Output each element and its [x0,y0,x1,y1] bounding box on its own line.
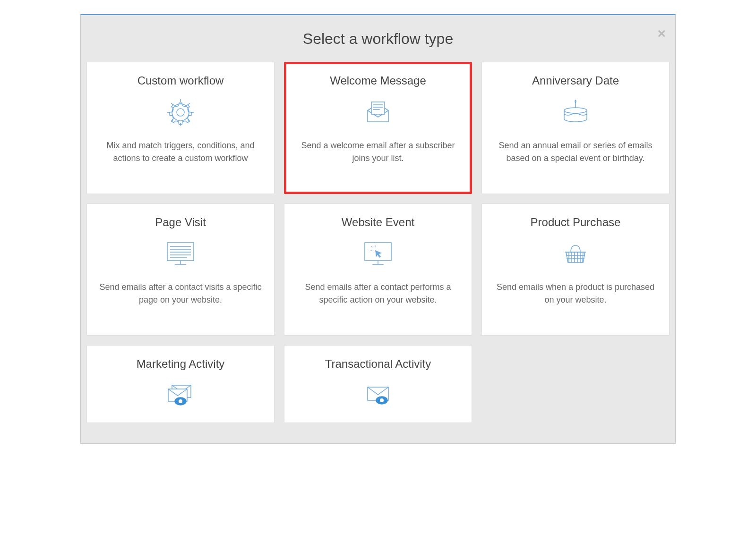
card-description: Send an annual email or series of emails… [494,139,657,165]
transactional-envelope-icon [363,379,393,412]
card-title: Welcome Message [330,74,426,87]
workflow-card-marketing[interactable]: Marketing Activity [86,345,275,423]
workflow-card-anniversary[interactable]: Anniversary Date Send an annual email or… [481,62,670,194]
workflow-card-welcome[interactable]: Welcome Message Send a welcome email aft… [284,62,472,194]
modal-title: Select a workflow type [86,30,670,48]
svg-point-0 [177,109,184,116]
event-monitor-icon [361,237,395,271]
svg-point-36 [380,398,384,402]
svg-line-18 [371,246,373,248]
card-description: Send emails after a contact performs a s… [296,281,460,306]
empty-cell [481,345,670,423]
card-description: Send a welcome email after a subscriber … [296,139,460,165]
card-title: Anniversary Date [532,74,619,87]
workflow-card-product-purchase[interactable]: Product Purchase Send emails when a prod… [481,203,670,336]
workflow-card-grid: Custom workflow Mix and match triggers, … [86,62,670,423]
card-description: Mix and match triggers, conditions, and … [99,139,262,165]
card-title: Product Purchase [531,216,621,229]
page-monitor-icon [163,237,198,271]
svg-rect-1 [371,102,385,114]
card-title: Transactional Activity [325,357,431,371]
workflow-card-transactional[interactable]: Transactional Activity [284,345,472,423]
svg-point-33 [179,399,182,403]
card-title: Custom workflow [137,74,224,87]
card-description: Send emails when a product is purchased … [494,281,657,306]
workflow-type-modal: Select a workflow type × Custom workflow… [80,14,676,444]
workflow-card-page-visit[interactable]: Page Visit Send emails after a contact v… [86,203,275,336]
basket-icon [560,237,591,271]
workflow-card-custom[interactable]: Custom workflow Mix and match triggers, … [86,62,275,194]
svg-line-27 [583,252,583,262]
card-title: Website Event [342,216,414,229]
workflow-card-website-event[interactable]: Website Event Send emails after a contac… [284,203,472,336]
card-title: Marketing Activity [137,357,225,371]
card-title: Page Visit [155,216,206,229]
close-icon[interactable]: × [657,26,666,41]
cake-icon [560,96,591,129]
welcome-envelope-icon [363,96,393,129]
svg-point-5 [564,108,587,113]
gear-icon [165,96,196,129]
card-description: Send emails after a contact visits a spe… [99,281,262,306]
marketing-envelope-icon [163,379,198,412]
modal-header: Select a workflow type × [86,21,670,62]
